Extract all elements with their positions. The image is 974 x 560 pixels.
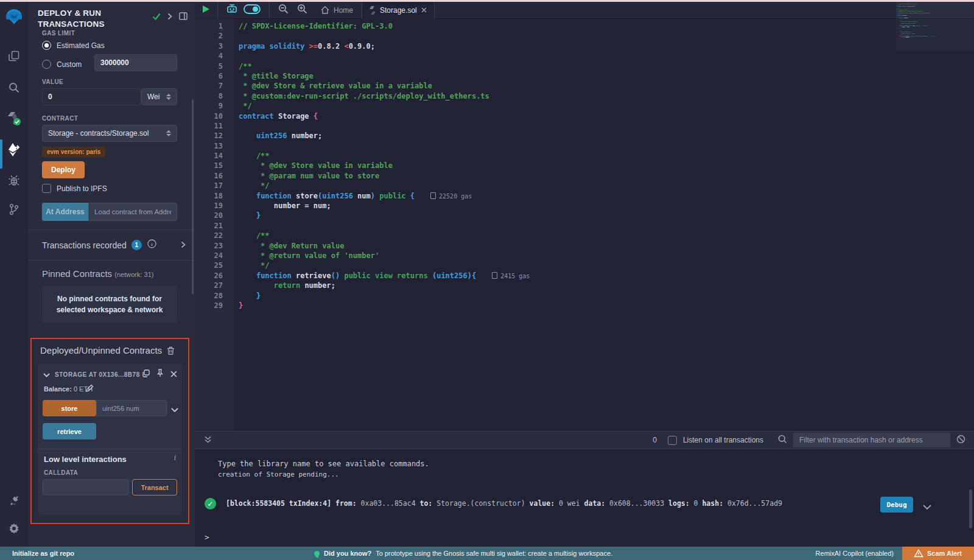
- tab-storage-sol[interactable]: Storage.sol: [362, 2, 435, 19]
- gas-limit-label: GAS LIMIT: [42, 30, 75, 37]
- value-input[interactable]: [42, 88, 141, 105]
- code-line: 6 * @title Storage: [195, 71, 530, 81]
- stepper-icon[interactable]: [166, 130, 171, 136]
- deployed-contracts-heading: Deployed/Unpinned Contracts: [40, 345, 162, 355]
- filter-transactions-input[interactable]: [793, 433, 950, 447]
- radio-unselected[interactable]: [42, 60, 51, 69]
- divider: [38, 449, 182, 449]
- radio-selected[interactable]: [42, 41, 51, 50]
- line-number: 12: [195, 131, 223, 141]
- terminal-prompt[interactable]: >: [205, 533, 209, 542]
- code-line: 10contract Storage {: [195, 111, 530, 121]
- plugin-manager-icon[interactable]: [0, 490, 27, 511]
- contract-label: CONTRACT: [42, 115, 78, 122]
- info-icon[interactable]: i: [174, 453, 176, 463]
- gas-estimate-badge: 22520 gas: [430, 193, 472, 200]
- calldata-input[interactable]: [43, 479, 129, 495]
- store-function-button[interactable]: store: [43, 400, 96, 416]
- code-line: 21: [195, 221, 530, 231]
- deploy-run-icon[interactable]: [0, 139, 27, 160]
- terminal-output[interactable]: Type the library name to see available c…: [195, 449, 974, 547]
- code-line: 3pragma solidity >=0.8.2 <0.9.0;: [195, 41, 530, 51]
- pin-contract-icon[interactable]: [156, 369, 164, 380]
- zoom-out-icon[interactable]: [278, 4, 289, 16]
- terminal-line: Type the library name to see available c…: [218, 460, 429, 468]
- transact-button[interactable]: Transact: [132, 479, 177, 495]
- copilot-toggle[interactable]: [244, 4, 261, 16]
- at-address-button[interactable]: At Address: [42, 203, 88, 221]
- git-init-button[interactable]: Initialize as git repo: [12, 550, 74, 557]
- git-icon[interactable]: [0, 199, 27, 220]
- pin-panel-icon[interactable]: [179, 12, 187, 23]
- custom-gas-input[interactable]: [94, 54, 177, 71]
- copilot-status[interactable]: RemixAI Copilot (enabled): [816, 550, 894, 557]
- code-line: 2: [195, 31, 530, 41]
- remove-instance-icon[interactable]: [170, 369, 177, 380]
- remix-logo[interactable]: [0, 5, 27, 28]
- calldata-label: CALLDATA: [44, 469, 78, 476]
- code-line: 5/**: [195, 61, 530, 71]
- balance-row: Balance: 0 ETH: [44, 385, 93, 393]
- code-editor: Home Storage.sol 1// SPDX-License-Identi…: [195, 2, 974, 431]
- at-address-input[interactable]: [88, 203, 177, 221]
- code-line: uint256 number;: [897, 17, 903, 18]
- terminal-scrollbar[interactable]: [969, 489, 972, 528]
- line-number: 29: [195, 301, 223, 310]
- expand-chevron-icon[interactable]: [181, 240, 186, 251]
- ai-copilot-robot-icon[interactable]: [226, 4, 237, 16]
- clear-console-icon[interactable]: [956, 435, 965, 446]
- code-line: 12 uint256 number;: [195, 131, 530, 141]
- expand-args-chevron-icon[interactable]: [171, 404, 178, 415]
- code-line: 16 * @param num value to store: [195, 171, 530, 181]
- collapse-terminal-icon[interactable]: [205, 435, 211, 446]
- code-line: 28 }: [195, 291, 530, 301]
- line-number: 3: [195, 41, 223, 51]
- debug-button[interactable]: Debug: [880, 497, 913, 513]
- stepper-icon[interactable]: [166, 94, 171, 100]
- pinned-contracts-heading: Pinned Contracts (network: 31): [42, 268, 153, 279]
- publish-ipfs-checkbox[interactable]: [42, 184, 51, 193]
- code-line: 15 * @dev Store value in variable: [195, 161, 530, 170]
- settings-gear-icon[interactable]: [0, 518, 27, 539]
- pending-tx-count: 0: [653, 436, 657, 444]
- tab-home[interactable]: Home: [312, 6, 362, 15]
- info-icon[interactable]: [147, 239, 156, 251]
- line-number: 8: [195, 91, 223, 101]
- minimap[interactable]: // SPDX-License-Identifier: GPL-3.0pragm…: [897, 3, 946, 70]
- solidity-compiler-icon[interactable]: [0, 108, 27, 128]
- code-line: 27 return number;: [195, 281, 530, 290]
- estimated-gas-radio[interactable]: Estimated Gas: [42, 40, 105, 51]
- line-number: 7: [195, 81, 223, 91]
- copy-address-icon[interactable]: [142, 369, 150, 380]
- tx-success-check-icon: ✓: [205, 498, 216, 509]
- scam-alert-button[interactable]: Scam Alert: [902, 547, 974, 560]
- zoom-in-icon[interactable]: [297, 4, 307, 16]
- close-tab-icon[interactable]: [421, 7, 427, 13]
- deploy-button[interactable]: Deploy: [42, 161, 85, 178]
- listen-all-checkbox[interactable]: [668, 436, 677, 445]
- line-number: 20: [195, 211, 223, 220]
- run-script-play-icon[interactable]: [202, 5, 210, 16]
- value-unit-select[interactable]: Wei: [141, 88, 177, 105]
- publish-ipfs-row[interactable]: Publish to IPFS: [42, 183, 107, 194]
- terminal-line: creation of Storage pending...: [218, 471, 339, 478]
- file-explorer-icon[interactable]: [0, 46, 27, 66]
- collapse-panel-chevron-icon[interactable]: [167, 12, 172, 23]
- code-line: 8 * @custom:dev-run-script ./scripts/dep…: [195, 91, 530, 101]
- edit-balance-icon[interactable]: [85, 384, 94, 394]
- code-content[interactable]: 1// SPDX-License-Identifier: GPL-3.023pr…: [195, 21, 530, 310]
- trash-icon[interactable]: [167, 346, 175, 357]
- search-icon: [778, 435, 787, 446]
- custom-gas-radio[interactable]: Custom: [42, 58, 82, 69]
- contract-select[interactable]: Storage - contracts/Storage.sol: [42, 125, 177, 142]
- tx-log-text: [block:5583405 txIndex:4] from: 0xa03...…: [226, 499, 829, 508]
- collapse-instance-chevron-icon[interactable]: [43, 369, 50, 380]
- expand-tx-chevron-icon[interactable]: [923, 501, 931, 513]
- store-argument-input[interactable]: [96, 400, 167, 416]
- search-icon[interactable]: [0, 77, 27, 98]
- code-line: 19 number = num;: [195, 201, 530, 211]
- transactions-recorded-row[interactable]: Transactions recorded 1: [42, 239, 186, 251]
- debugger-icon[interactable]: [0, 170, 27, 191]
- panel-scrollbar[interactable]: [192, 99, 194, 294]
- retrieve-function-button[interactable]: retrieve: [43, 423, 96, 439]
